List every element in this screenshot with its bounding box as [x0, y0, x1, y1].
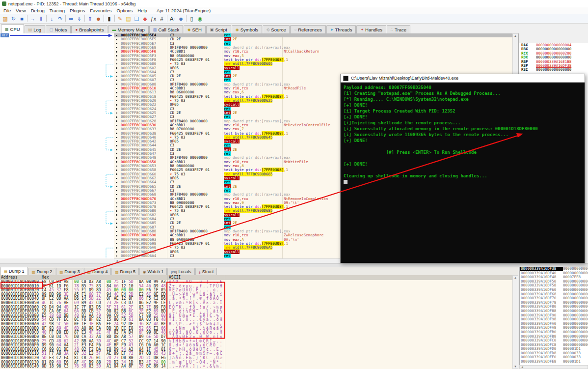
instruction-dot	[116, 35, 117, 36]
stack-value: 0000000000000000	[563, 284, 588, 288]
stack-row[interactable]: 000000339A16DFE8000001D1	[520, 360, 588, 364]
tab-cpu[interactable]: ▦CPU	[1, 24, 24, 33]
stack-panel[interactable]: 000000339A16DF38000000000000000000000033…	[519, 267, 588, 365]
window-title: notepad.exe - PID: 12352 - Thread: Main …	[8, 1, 135, 6]
tab-label: Call Stack	[158, 27, 179, 32]
call-stack-icon: ▥	[153, 28, 157, 32]
dump-tab-dump-3[interactable]: ▦Dump 3	[56, 268, 83, 275]
menu-item-options[interactable]: Options	[114, 8, 135, 13]
dump-tab-dump-1[interactable]: ▦Dump 1	[0, 267, 28, 275]
step-into-icon[interactable]: ↓	[48, 14, 56, 23]
dump-tab-locals[interactable]: [x=]Locals	[167, 268, 194, 275]
calculator-icon[interactable]: ▯	[187, 14, 196, 23]
preferences-icon[interactable]: ☻	[177, 14, 185, 23]
patch-icon[interactable]: ✎	[116, 14, 124, 23]
tab-threads[interactable]: ➤Threads	[326, 25, 356, 33]
trace-into-icon[interactable]: ☻	[94, 14, 103, 23]
tab-label: Memory Map	[117, 27, 144, 32]
fx-icon[interactable]: ƒx	[149, 14, 158, 23]
dump-tab-dump-4[interactable]: ▦Dump 4	[84, 268, 111, 275]
stack-value: 0000000000000000	[563, 335, 588, 339]
font-icon[interactable]: A·	[168, 14, 177, 23]
instruction-dot	[116, 210, 117, 212]
run-to-user-code-icon[interactable]: ⇑	[86, 14, 94, 23]
tab-memory-map[interactable]: ▬Memory Map	[108, 25, 148, 33]
dump-tab-struct[interactable]: §Struct	[195, 268, 217, 275]
tab-handles[interactable]: ✦Handles	[356, 25, 386, 33]
dump-byte: 03	[89, 365, 96, 369]
menu-item-view[interactable]: View	[13, 8, 28, 13]
menu-item-favourites[interactable]: Favourites	[87, 8, 114, 13]
labels-icon[interactable]: ❏	[133, 14, 141, 23]
stack-value: 000001D1	[563, 360, 581, 364]
instruction-dot	[116, 223, 117, 224]
tab-breakpoints[interactable]: ●Breakpoints	[71, 25, 107, 33]
run-icon[interactable]: →	[28, 14, 37, 23]
instruction-dot	[116, 202, 117, 204]
restart-icon[interactable]: ↻	[9, 14, 18, 23]
pause-icon[interactable]: ‖	[37, 14, 45, 23]
stack-value: 0000000000000000	[563, 339, 588, 343]
menu-item-debug[interactable]: Debug	[28, 8, 47, 13]
menu-item-plugins[interactable]: Plugins	[67, 8, 87, 13]
instruction-dot	[116, 133, 117, 134]
console-title: C:\Users\Liav Mizrahi\Desktop\EarlyBird-…	[351, 76, 458, 81]
instruction-dot	[116, 141, 117, 142]
stack-address: 000000339A16DFE8	[520, 360, 563, 364]
seh-icon: ◆	[187, 28, 190, 32]
tab-seh[interactable]: ◆SEH	[184, 25, 206, 33]
cpu-icon: ▦	[5, 27, 9, 31]
menu-item-tracing[interactable]: Tracing	[47, 8, 67, 13]
help-icon[interactable]: ◉	[196, 14, 204, 23]
dump-vertical-scrollbar[interactable]: ▲▼	[512, 275, 518, 369]
menu-item-file[interactable]: File	[1, 8, 13, 13]
tab-script[interactable]: ▣Script	[206, 25, 231, 33]
breakpoints-icon: ●	[75, 28, 78, 32]
instruction-dot	[116, 219, 117, 220]
registers-header	[519, 33, 588, 43]
console-line	[344, 167, 582, 173]
instruction-dot	[116, 239, 117, 240]
tab-notes[interactable]: ▢Notes	[46, 25, 71, 33]
stop-icon[interactable]: ■	[18, 14, 26, 23]
tab-trace[interactable]: ∴Trace	[387, 25, 410, 33]
struct-icon: §	[199, 270, 201, 274]
watch-1-icon: ◉	[143, 270, 146, 274]
register-row[interactable]: RSI0000000000000000	[519, 68, 588, 72]
open-file-icon[interactable]: ▨	[1, 14, 9, 23]
dump-byte: 96	[56, 365, 64, 369]
eraser-icon[interactable]: ◆	[141, 14, 149, 23]
dump-row[interactable]: 000001D18DF801400D1896C37658035DA104A48F…	[0, 365, 512, 369]
tab-symbols[interactable]: ◉Symbols	[232, 25, 262, 33]
dump-tab-dump-2[interactable]: ▦Dump 2	[28, 268, 56, 275]
trace-icon: ∴	[391, 28, 393, 32]
tab-references[interactable]: ◌References	[290, 25, 325, 33]
menu-item-help[interactable]: Help	[135, 8, 150, 13]
hash-icon[interactable]: #	[158, 14, 166, 23]
panel-splitter[interactable]	[0, 263, 588, 267]
console-cursor	[344, 180, 347, 184]
execute-till-return-icon[interactable]: ⇒	[67, 14, 75, 23]
instruction-dot	[116, 157, 117, 159]
step-out-icon[interactable]: ⇓	[75, 14, 83, 23]
windows-dialog-icon[interactable]: ▮	[105, 14, 113, 23]
console-line: Payload address: 00007FF69BD35040	[344, 85, 582, 90]
stack-value: 0000000000000000	[563, 330, 588, 335]
tab-call-stack[interactable]: ▥Call Stack	[149, 25, 183, 33]
disasm-address: 00007FF8C900D6A4	[121, 254, 156, 258]
step-over-icon[interactable]: ↷	[56, 14, 64, 23]
console-line: [i] Successfully allocated memory in the…	[344, 126, 582, 132]
disasm-instruction: ret	[224, 254, 231, 258]
disasm-comment: NtWriteFile	[284, 160, 308, 164]
console-window[interactable]: C:\Users\Liav Mizrahi\Desktop\EarlyBird-…	[340, 74, 585, 263]
comments-icon[interactable]: ▤	[124, 14, 133, 23]
dump-tab-watch-1[interactable]: ◉Watch 1	[139, 268, 167, 275]
dump-tab-dump-5[interactable]: ▦Dump 5	[111, 268, 139, 275]
build-info: Apr 11 2024 (TitanEngine)	[157, 8, 211, 13]
stack-horizontal-scrollbar[interactable]: ◄	[519, 365, 588, 369]
tab-log[interactable]: ▤Log	[25, 25, 45, 33]
hex-dump-panel[interactable]: 000001D18DF80000E8C0D3A800C0D3A800751F5D…	[0, 280, 512, 369]
tab-source[interactable]: ◇Source	[263, 25, 290, 33]
handles-icon: ✦	[360, 28, 364, 32]
dump-byte: 76	[72, 365, 81, 369]
